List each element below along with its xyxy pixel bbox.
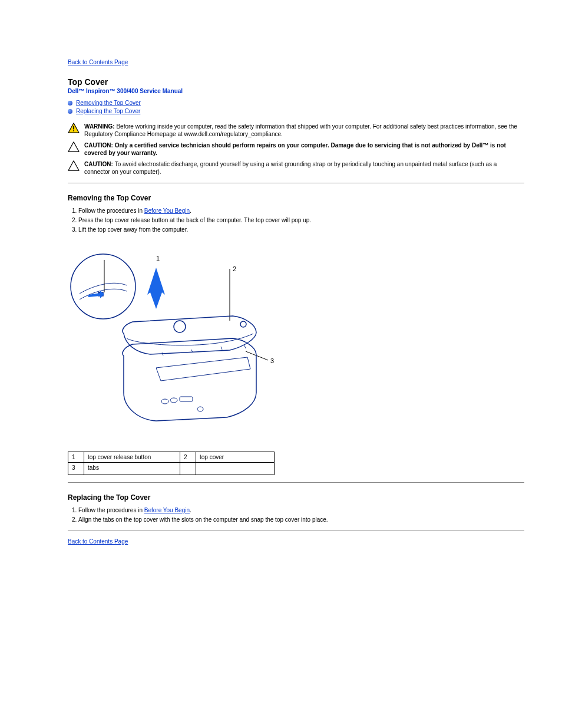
list-item: Align the tabs on the top cover with the… (78, 516, 524, 523)
svg-rect-18 (180, 397, 193, 401)
warning-icon (68, 123, 81, 134)
list-item: Lift the top cover away from the compute… (78, 226, 524, 233)
svg-point-17 (170, 398, 177, 403)
caution1-text: Only a certified service technician shou… (84, 142, 506, 156)
back-to-contents-link-top[interactable]: Back to Contents Page (68, 59, 128, 65)
list-item: Follow the procedures in Before You Begi… (78, 207, 524, 215)
caution-icon (68, 141, 81, 153)
bullet-icon (68, 101, 72, 106)
step-text-tail: . (190, 207, 191, 214)
step-text-tail: . (190, 507, 191, 513)
detail-circle (71, 254, 135, 319)
svg-line-14 (221, 347, 222, 350)
svg-point-2 (71, 254, 135, 319)
replace-steps-list: Follow the procedures in Before You Begi… (68, 506, 524, 523)
legend-cell: 2 (180, 452, 196, 463)
before-you-begin-link[interactable]: Before You Begin (144, 507, 190, 513)
list-item: Follow the procedures in Before You Begi… (78, 506, 524, 514)
svg-point-16 (161, 399, 168, 404)
page-title: Top Cover (68, 77, 524, 87)
bullet-icon (68, 109, 72, 114)
legend-cell-empty (196, 463, 275, 475)
warning-label: WARNING: (84, 123, 116, 130)
warning-notice: WARNING: Before working inside your comp… (68, 123, 524, 138)
up-arrow (147, 268, 165, 309)
list-item: Press the top cover release button at th… (78, 216, 524, 224)
remove-heading: Removing the Top Cover (68, 194, 524, 202)
replace-heading: Replacing the Top Cover (68, 493, 524, 502)
separator (68, 482, 524, 483)
before-you-begin-link[interactable]: Before You Begin (144, 207, 190, 214)
callout-legend-table: 1 top cover release button 2 top cover 3… (68, 452, 275, 475)
toc-link-remove[interactable]: Removing the Top Cover (76, 99, 141, 107)
top-cover-figure: 1 2 3 (68, 251, 524, 441)
legend-cell: 3 (68, 463, 84, 475)
back-to-contents-link-bottom[interactable]: Back to Contents Page (68, 538, 128, 545)
svg-point-19 (197, 407, 203, 411)
warning-text: Before working inside your computer, rea… (84, 123, 517, 137)
svg-rect-0 (73, 126, 74, 130)
caution-notice-1: CAUTION: Only a certified service techni… (68, 141, 524, 157)
svg-point-11 (240, 321, 246, 327)
subtitle: Dell™ Inspiron™ 300/400 Service Manual (68, 88, 524, 94)
caution-notice-2: CAUTION: To avoid electrostatic discharg… (68, 160, 524, 176)
caution2-label: CAUTION: (84, 161, 115, 167)
step-text: Follow the procedures in (78, 207, 144, 214)
legend-cell-empty (180, 463, 196, 475)
legend-cell: 1 (68, 452, 84, 463)
legend-cell: top cover (196, 452, 275, 463)
legend-cell: tabs (84, 463, 180, 475)
svg-line-6 (246, 351, 268, 360)
computer-body (123, 316, 256, 421)
separator (68, 531, 524, 531)
svg-text:1: 1 (156, 255, 160, 262)
svg-line-15 (244, 345, 246, 348)
toc-link-replace[interactable]: Replacing the Top Cover (76, 107, 140, 116)
svg-text:3: 3 (270, 357, 274, 364)
caution1-label: CAUTION: (84, 142, 115, 149)
step-text: Follow the procedures in (78, 507, 144, 513)
svg-text:2: 2 (233, 265, 236, 272)
separator (68, 183, 524, 183)
legend-cell: top cover release button (84, 452, 180, 463)
remove-steps-list: Follow the procedures in Before You Begi… (68, 207, 524, 233)
caution2-text: To avoid electrostatic discharge, ground… (84, 161, 497, 175)
svg-rect-1 (73, 130, 74, 131)
svg-point-10 (174, 321, 186, 332)
caution-icon (68, 160, 81, 172)
